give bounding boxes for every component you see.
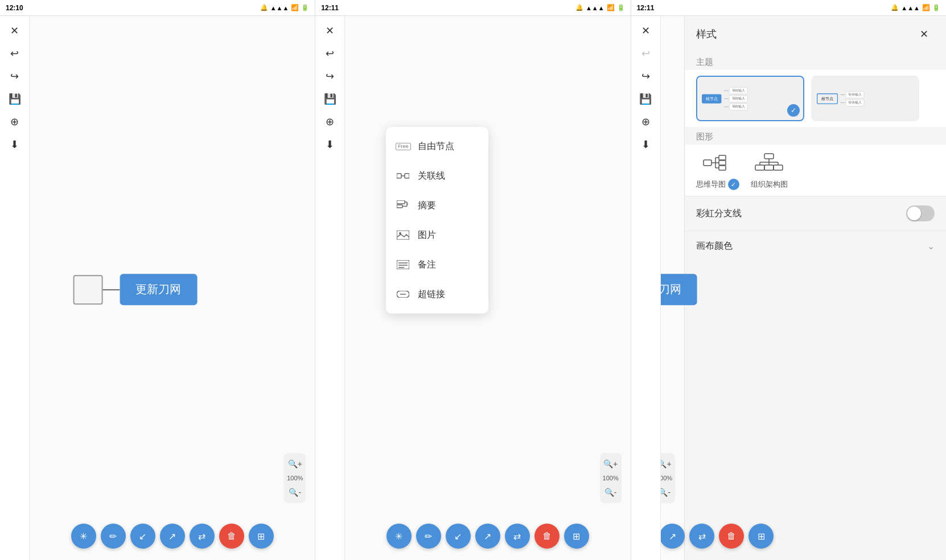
- move-btn-1[interactable]: ⇄: [190, 524, 215, 549]
- style-panel-close[interactable]: ✕: [914, 24, 935, 44]
- theme-section-label: 主题: [685, 52, 946, 70]
- battery-icon-3: 🔋: [932, 4, 940, 11]
- move-btn-2[interactable]: ⇄: [505, 524, 530, 549]
- redo-button-2[interactable]: ↪: [320, 66, 340, 87]
- wifi-icon-2: 📶: [607, 4, 615, 11]
- status-icons-3: 🔔 ▲▲▲ 📶 🔋: [891, 4, 940, 11]
- main-node-1[interactable]: 更新刀网: [120, 274, 197, 305]
- download-button-1[interactable]: ⬇: [5, 134, 25, 155]
- connect-out-btn-1[interactable]: ↗: [160, 524, 185, 549]
- canvas-3: 更新刀网 🔍+ 100% 🔍- ✳ ✏ ↙ ↗ ⇄ 🗑 ⊞: [661, 16, 684, 560]
- zoom-out-1[interactable]: 🔍-: [286, 484, 303, 501]
- dropdown-image[interactable]: 图片: [386, 220, 488, 250]
- image-icon: [395, 227, 411, 243]
- battery-icon-2: 🔋: [617, 4, 625, 11]
- wrap-btn-3[interactable]: ⊞: [748, 524, 774, 549]
- wifi-icon-3: 📶: [922, 4, 930, 11]
- move-btn-3[interactable]: ⇄: [689, 524, 714, 549]
- shape-grid: 思维导图 ✓: [685, 145, 946, 196]
- save-button-3[interactable]: 💾: [635, 89, 656, 109]
- delete-btn-1[interactable]: 🗑: [219, 524, 244, 549]
- download-button-3[interactable]: ⬇: [635, 134, 656, 155]
- zoom-level-2: 100%: [603, 473, 619, 483]
- mini-map-2: 根节点 等待输入 等待输入: [817, 91, 864, 106]
- close-button-2[interactable]: ✕: [320, 20, 340, 41]
- svg-rect-26: [764, 154, 774, 159]
- image-label: 图片: [418, 229, 436, 241]
- close-button-1[interactable]: ✕: [5, 20, 25, 41]
- empty-node-1[interactable]: [73, 275, 102, 304]
- svg-rect-3: [397, 200, 405, 204]
- battery-icon: 🔋: [301, 4, 309, 11]
- magic-btn-2[interactable]: ✳: [386, 524, 412, 549]
- wifi-icon: 📶: [291, 4, 299, 11]
- free-node-label: 自由节点: [418, 141, 454, 153]
- delete-btn-3[interactable]: 🗑: [719, 524, 744, 549]
- org-shape-icon: [752, 151, 786, 176]
- save-button-2[interactable]: 💾: [320, 89, 340, 109]
- add-button-3[interactable]: ⊕: [635, 112, 656, 132]
- shape-section-label: 图形: [685, 127, 946, 145]
- zoom-in-1[interactable]: 🔍+: [286, 455, 303, 472]
- status-bars: 12:10 🔔 ▲▲▲ 📶 🔋 12:11 🔔 ▲▲▲ 📶 🔋 12:11 🔔 …: [0, 0, 946, 16]
- connect-in-btn-1[interactable]: ↙: [130, 524, 155, 549]
- wrap-btn-1[interactable]: ⊞: [249, 524, 274, 549]
- mindmap-shape-icon: [701, 150, 735, 175]
- rainbow-toggle[interactable]: [906, 205, 935, 221]
- toolbar-3: ✕ ↩ ↪ 💾 ⊕ ⬇: [631, 16, 661, 560]
- connect-out-btn-2[interactable]: ↗: [475, 524, 500, 549]
- undo-button-3[interactable]: ↩: [635, 43, 656, 64]
- dropdown-connector[interactable]: 关联线: [386, 161, 488, 191]
- wrap-btn-2[interactable]: ⊞: [564, 524, 589, 549]
- download-button-2[interactable]: ⬇: [320, 134, 340, 155]
- notification-icon: 🔔: [260, 4, 268, 11]
- svg-rect-2: [405, 174, 409, 178]
- edit-btn-2[interactable]: ✏: [416, 524, 441, 549]
- connect-in-btn-2[interactable]: ↙: [446, 524, 471, 549]
- zoom-in-2[interactable]: 🔍+: [602, 455, 619, 472]
- dropdown-free-node[interactable]: Free 自由节点: [386, 131, 488, 161]
- status-icons-1: 🔔 ▲▲▲ 📶 🔋: [260, 4, 310, 11]
- mindmap-shape-label: 思维导图: [696, 179, 726, 190]
- theme-item-1[interactable]: 根节点 等待输入 等待输入: [696, 76, 804, 121]
- mindmap-1: 更新刀网: [73, 274, 197, 305]
- summary-label: 摘要: [418, 200, 436, 212]
- svg-rect-4: [397, 205, 402, 208]
- dropdown-summary[interactable]: 摘要: [386, 191, 488, 220]
- canvas-color-row[interactable]: 画布颜色 ⌄: [685, 230, 946, 261]
- dropdown-link[interactable]: 超链接: [386, 279, 488, 309]
- connector-1: [102, 289, 120, 290]
- bottom-toolbar-1: ✳ ✏ ↙ ↗ ⇄ 🗑 ⊞: [71, 524, 274, 549]
- note-label: 备注: [418, 259, 436, 271]
- undo-button-2[interactable]: ↩: [320, 43, 340, 64]
- style-panel: 样式 ✕ 主题 根节点 等待输入: [684, 16, 946, 560]
- delete-btn-2[interactable]: 🗑: [534, 524, 560, 549]
- edit-btn-1[interactable]: ✏: [101, 524, 126, 549]
- zoom-out-2[interactable]: 🔍-: [602, 484, 619, 501]
- mini-root-1: 根节点: [702, 94, 721, 103]
- style-panel-header: 样式 ✕: [685, 16, 946, 52]
- dropdown-note[interactable]: 备注: [386, 250, 488, 279]
- status-icons-2: 🔔 ▲▲▲ 📶 🔋: [575, 4, 625, 11]
- redo-button-1[interactable]: ↪: [5, 66, 25, 87]
- theme-check-1: ✓: [787, 104, 800, 117]
- close-button-3[interactable]: ✕: [635, 20, 656, 41]
- undo-button-1[interactable]: ↩: [5, 43, 25, 64]
- connect-out-btn-3[interactable]: ↗: [660, 524, 685, 549]
- add-button-1[interactable]: ⊕: [5, 112, 25, 132]
- canvas-1: 更新刀网 🔍+ 100% 🔍- ✳ ✏ ↙ ↗ ⇄ 🗑 ⊞: [30, 16, 315, 560]
- shape-org[interactable]: 组织架构图: [751, 151, 788, 190]
- redo-button-3[interactable]: ↪: [635, 66, 656, 87]
- notification-icon-2: 🔔: [575, 4, 583, 11]
- toolbar-1: ✕ ↩ ↪ 💾 ⊕ ⬇: [0, 16, 30, 560]
- magic-btn-1[interactable]: ✳: [71, 524, 96, 549]
- theme-grid: 根节点 等待输入 等待输入: [685, 70, 946, 127]
- time-1: 12:10: [6, 4, 23, 12]
- theme-item-2[interactable]: 根节点 等待输入 等待输入: [811, 76, 919, 121]
- save-button-1[interactable]: 💾: [5, 89, 25, 109]
- rainbow-row: 彩虹分支线: [685, 196, 946, 230]
- signal-icon-3: ▲▲▲: [901, 5, 920, 11]
- add-button-2[interactable]: ⊕: [320, 112, 340, 132]
- toolbar-2: ✕ ↩ ↪ 💾 ⊕ ⬇: [315, 16, 345, 560]
- shape-mindmap[interactable]: 思维导图 ✓: [696, 150, 739, 190]
